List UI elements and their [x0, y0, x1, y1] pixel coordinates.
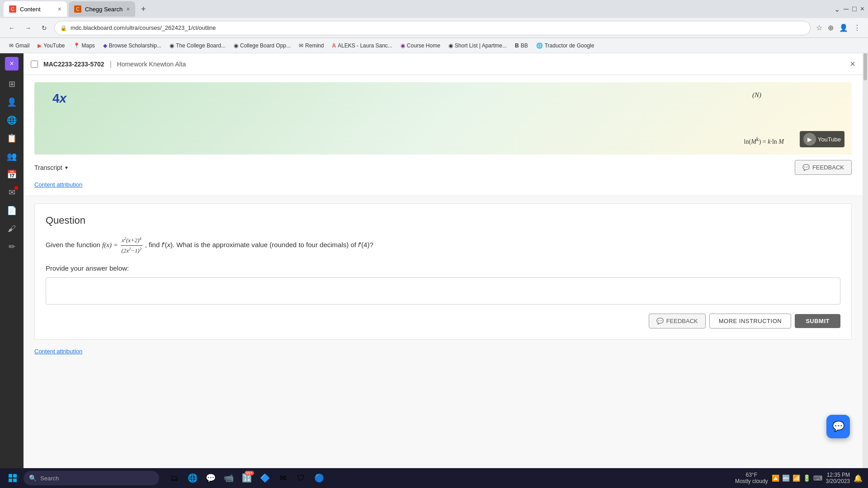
window-close-icon[interactable]: × [860, 5, 864, 13]
right-scrollbar[interactable] [863, 53, 868, 488]
bookmark-aleks-label: ALEKS - Laura Sanc... [338, 42, 392, 49]
sidebar-book-icon[interactable]: 📋 [4, 130, 20, 146]
bookmark-remind[interactable]: ✉ Remind [295, 41, 327, 51]
content-attr-top: Content attribution [34, 175, 852, 188]
tray-keyboard-icon[interactable]: 🔤 [782, 474, 790, 482]
bookmark-collegeboard-opp[interactable]: ◉ College Board Opp... [230, 41, 294, 51]
bookmark-youtube[interactable]: ▶ YouTube [34, 41, 68, 51]
taskbar-search-bar[interactable]: 🔍 Search [24, 471, 159, 485]
url-text: mdc.blackboard.com/ultra/courses/_262423… [71, 24, 805, 31]
lock-icon: 🔒 [60, 25, 67, 31]
tab-list-icon[interactable]: ⌄ [834, 5, 840, 14]
svg-rect-3 [13, 479, 17, 482]
system-tray-icons: 🔼 🔤 📶 🔋 ⌨ [772, 474, 822, 482]
video-section: 4x (N) ln(Mk) = k·ln M ▶ YouTube Transcr… [24, 75, 863, 196]
sidebar-edit-icon[interactable]: ✏ [4, 239, 20, 255]
youtube-play-button[interactable]: ▶ [803, 133, 816, 145]
video-container[interactable]: 4x (N) ln(Mk) = k·ln M ▶ YouTube [34, 82, 852, 155]
bookmark-collegeboard[interactable]: ◉ The College Board... [166, 41, 229, 51]
bookmark-translate[interactable]: 🌐 Traductor de Google [533, 41, 598, 51]
topbar-close-button[interactable]: × [850, 59, 855, 69]
bookmark-scholarship[interactable]: ◆ Browse Scholarship... [99, 41, 165, 51]
bookmark-coursehome-label: Course Home [407, 42, 440, 49]
taskbar-antivirus[interactable]: 🛡 [293, 470, 309, 486]
scholarship-icon: ◆ [103, 42, 107, 49]
transcript-button[interactable]: Transcript ▾ [34, 162, 68, 173]
content-attribution-bottom-link[interactable]: Content attribution [34, 348, 82, 355]
bookmark-maps[interactable]: 📍 Maps [70, 41, 99, 51]
weather-widget: 63°F Mostly cloudy [735, 472, 768, 484]
sidebar-grid-icon[interactable]: ⊞ [4, 76, 20, 92]
forward-button[interactable]: → [22, 22, 34, 34]
sidebar-mail-icon[interactable]: ✉ [4, 184, 20, 201]
taskbar-browser[interactable]: 🌐 [184, 470, 201, 486]
sidebar-document-icon[interactable]: 📄 [4, 202, 20, 219]
start-button[interactable] [5, 471, 20, 485]
new-tab-button[interactable]: + [137, 3, 150, 15]
chat-fab-button[interactable]: 💬 [826, 415, 850, 438]
more-instruction-button[interactable]: MORE INSTRUCTION [709, 314, 791, 328]
tray-wifi-icon[interactable]: 📶 [793, 474, 800, 482]
maximize-icon[interactable]: □ [852, 5, 857, 13]
address-bar[interactable]: 🔒 mdc.blackboard.com/ultra/courses/_2624… [54, 21, 811, 35]
svg-rect-2 [9, 479, 12, 482]
back-button[interactable]: ← [5, 22, 18, 34]
bookmark-bb[interactable]: B BB [511, 41, 532, 51]
sidebar-globe-icon[interactable]: 🌐 [4, 112, 20, 128]
bookmark-translate-label: Traductor de Google [545, 42, 594, 49]
course-code: MAC2233-2233-5702 [43, 61, 104, 68]
scroll-area[interactable]: 4x (N) ln(Mk) = k·ln M ▶ YouTube Transcr… [24, 75, 863, 488]
tray-keyboard2-icon[interactable]: ⌨ [813, 474, 822, 482]
taskbar-counter-badge: 99+ [245, 471, 254, 475]
bookmark-youtube-label: YouTube [43, 42, 65, 49]
tab-content[interactable]: C Content × [4, 1, 67, 17]
sidebar-close-button[interactable]: × [5, 57, 19, 70]
profile-icon[interactable]: 👤 [837, 22, 850, 34]
taskbar-edge[interactable]: 🔷 [257, 470, 273, 486]
sidebar-people-icon[interactable]: 👥 [4, 148, 20, 164]
bookmark-star-icon[interactable]: ☆ [814, 22, 824, 34]
bookmarks-bar: ✉ Gmail ▶ YouTube 📍 Maps ◆ Browse Schola… [0, 38, 868, 53]
taskbar-clock[interactable]: 12:35 PM 3/20/2023 [826, 472, 850, 484]
bookmark-coursehome[interactable]: ◉ Course Home [397, 41, 444, 51]
tab-close-chegg[interactable]: × [126, 5, 130, 13]
taskbar-counter[interactable]: 🔢 99+ [239, 470, 255, 486]
tray-chevron-icon[interactable]: 🔼 [772, 474, 779, 482]
taskbar-mail[interactable]: ✉ [275, 470, 291, 486]
taskbar-file-explorer[interactable]: 🗂 [166, 470, 183, 486]
feedback-top-button[interactable]: 💬 FEEDBACK [795, 160, 852, 175]
sidebar-person-icon[interactable]: 👤 [4, 94, 20, 110]
bookmark-gmail[interactable]: ✉ Gmail [5, 41, 33, 51]
coursehome-icon: ◉ [401, 42, 405, 49]
content-attribution-top-link[interactable]: Content attribution [34, 181, 82, 188]
math-overlay-n: (N) [752, 91, 761, 99]
taskbar-chat-app[interactable]: 💬 [203, 470, 219, 486]
tab-close-content[interactable]: × [58, 5, 61, 13]
submit-button[interactable]: SUBMIT [795, 314, 840, 328]
bookmark-maps-label: Maps [82, 42, 95, 49]
refresh-button[interactable]: ↻ [38, 22, 51, 34]
extension-icon[interactable]: ⊕ [826, 22, 835, 34]
svg-rect-1 [13, 474, 17, 478]
sidebar-calendar-icon[interactable]: 📅 [4, 166, 20, 183]
taskbar-video[interactable]: 📹 [221, 470, 237, 486]
sidebar-brush-icon[interactable]: 🖌 [4, 221, 20, 237]
question-title: Question [46, 215, 840, 226]
notification-icon[interactable]: 🔔 [854, 474, 863, 483]
tab-bar: C Content × C Chegg Search × + ⌄ ─ □ × [0, 0, 868, 18]
tray-battery-icon[interactable]: 🔋 [803, 474, 811, 482]
scrollbar-thumb[interactable] [863, 53, 867, 80]
topbar-checkbox[interactable] [31, 61, 38, 68]
feedback-button[interactable]: 💬 FEEDBACK [649, 314, 706, 328]
bookmark-shortlist[interactable]: ◉ Short List | Apartme... [445, 41, 510, 51]
taskbar-chrome[interactable]: 🔵 [311, 470, 327, 486]
bookmark-bb-label: BB [521, 42, 528, 49]
clock-time: 12:35 PM [827, 472, 850, 478]
bookmark-collegeboard-opp-label: College Board Opp... [240, 42, 291, 49]
feedback-icon: 💬 [656, 318, 664, 324]
menu-icon[interactable]: ⋮ [852, 22, 863, 34]
answer-input[interactable] [46, 277, 840, 305]
minimize-icon[interactable]: ─ [844, 5, 849, 13]
bookmark-aleks[interactable]: A ALEKS - Laura Sanc... [328, 41, 396, 51]
tab-chegg[interactable]: C Chegg Search × [69, 1, 135, 17]
